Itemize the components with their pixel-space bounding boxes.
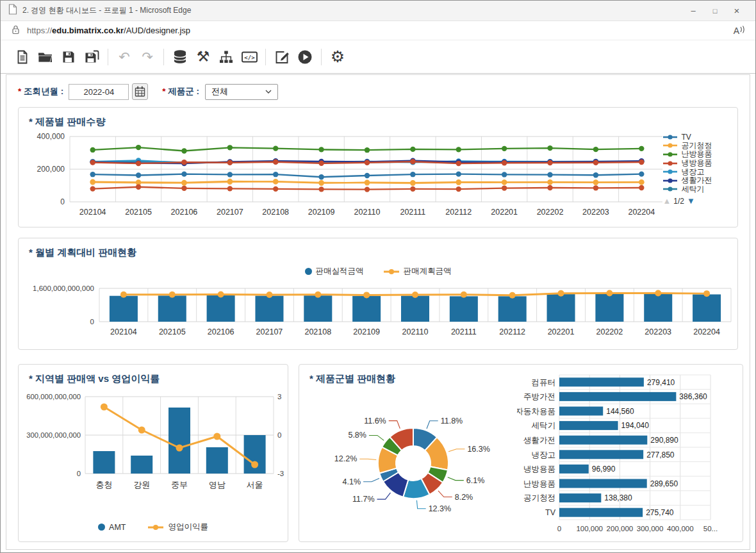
read-aloud-icon[interactable]: A — [734, 26, 745, 36]
product-select[interactable]: 전체 — [205, 84, 278, 100]
svg-text:200,000: 200,000 — [607, 525, 634, 532]
series-냉방용품[interactable] — [90, 159, 644, 166]
svg-text:138,380: 138,380 — [604, 493, 632, 502]
panel-title: * 월별 계획대비 판매현황 — [19, 238, 737, 261]
svg-text:600,000,000,000: 600,000,000,000 — [26, 393, 81, 400]
svg-text:202202: 202202 — [537, 208, 564, 217]
region-combo-chart[interactable]: 0300,000,000,000600,000,000,00030-3충청강원중… — [19, 387, 288, 516]
svg-text:냉장고: 냉장고 — [532, 450, 556, 459]
svg-text:202110: 202110 — [402, 327, 429, 336]
tools-button[interactable]: ⚒ — [192, 45, 215, 69]
calendar-button[interactable] — [132, 83, 148, 100]
maximize-button[interactable]: □ — [704, 2, 726, 20]
address-url[interactable]: https://edu.bimatrix.co.kr/AUD/designer.… — [27, 26, 190, 35]
svg-text:300,000: 300,000 — [637, 525, 664, 532]
product-line-chart[interactable]: 0200,000400,0002021042021052021062021072… — [25, 130, 662, 225]
legend-item-판매실적금액[interactable]: 판매실적금액 — [305, 266, 364, 277]
legend-item-공기청정[interactable]: 공기청정 — [662, 142, 734, 151]
series-AMT[interactable] — [93, 408, 265, 474]
product-donut-chart[interactable]: 11.8%16.3%6.1%8.2%12.3%11.7%4.1%12.2%5.8… — [304, 380, 517, 540]
svg-text:202109: 202109 — [308, 208, 335, 217]
svg-text:202105: 202105 — [125, 208, 152, 217]
svg-text:생활가전: 생활가전 — [523, 436, 555, 445]
svg-text:공기청정: 공기청정 — [523, 493, 555, 502]
series-판매실적금액[interactable] — [110, 294, 721, 322]
svg-text:6.1%: 6.1% — [466, 476, 485, 485]
legend-item-세탁기[interactable]: 세탁기 — [662, 185, 734, 194]
hbar-주방가전 — [559, 392, 676, 401]
legend-marker-icon — [383, 268, 400, 275]
legend-item-냉장고[interactable]: 냉장고 — [662, 167, 734, 176]
svg-text:100,000: 100,000 — [576, 525, 603, 532]
svg-text:12.2%: 12.2% — [334, 454, 357, 463]
svg-text:202110: 202110 — [354, 208, 381, 217]
legend-item-영업이익률[interactable]: 영업이익률 — [147, 522, 208, 532]
panel-product-sales-qty: * 제품별 판매수량 0200,000400,00020210420210520… — [18, 107, 738, 227]
svg-text:강원: 강원 — [133, 480, 150, 490]
svg-text:11.7%: 11.7% — [352, 495, 375, 504]
run-button[interactable] — [293, 45, 316, 69]
svg-text:202203: 202203 — [582, 208, 609, 217]
lock-icon[interactable] — [11, 24, 21, 37]
hierarchy-button[interactable] — [215, 45, 238, 69]
panel-title: * 제품군별 판매현황 — [299, 365, 406, 387]
svg-text:0: 0 — [557, 525, 561, 532]
svg-text:컴퓨터: 컴퓨터 — [532, 378, 556, 387]
legend-item-생활가전[interactable]: 생활가전 — [662, 176, 734, 185]
svg-text:277,850: 277,850 — [646, 450, 675, 459]
svg-text:202112: 202112 — [499, 327, 525, 336]
chart-legend: TV공기청정난방용품냉방용품냉장고생활가전세탁기▲1/2▼ — [662, 130, 734, 225]
date-input[interactable] — [69, 84, 129, 100]
settings-button[interactable]: ⚙ — [326, 45, 349, 69]
legend-dot-icon — [98, 524, 105, 531]
save-button[interactable] — [57, 45, 80, 69]
donut-slices[interactable] — [378, 428, 448, 499]
save-as-button[interactable] — [80, 45, 103, 69]
product-hbar-chart[interactable]: 0100,000200,000300,000400,00050...컴퓨터279… — [517, 370, 740, 540]
browser-window: 2. 경영 현황 대시보드 - 프로필 1 - Microsoft Edge –… — [0, 0, 756, 553]
window-controls: – □ × — [682, 2, 748, 20]
close-button[interactable]: × — [726, 2, 748, 20]
hbar-컴퓨터 — [559, 377, 644, 386]
svg-text:202204: 202204 — [628, 208, 655, 217]
legend-item-판매계획금액[interactable]: 판매계획금액 — [383, 266, 452, 277]
hbar-공기청정 — [559, 493, 601, 502]
panel-monthly-plan-vs-actual: * 월별 계획대비 판매현황 판매실적금액판매계획금액 01,600,000,0… — [18, 238, 738, 350]
svg-text:서울: 서울 — [247, 480, 263, 490]
svg-text:144,560: 144,560 — [606, 407, 634, 416]
redo-button: ↷ — [136, 45, 159, 69]
legend-next-page-icon[interactable]: ▼ — [687, 196, 695, 206]
svg-text:영남: 영남 — [209, 480, 226, 490]
url-bar[interactable]: https://edu.bimatrix.co.kr/AUD/designer.… — [1, 21, 755, 40]
svg-text:11.6%: 11.6% — [364, 417, 386, 425]
legend-prev-page-icon[interactable]: ▲ — [662, 196, 671, 206]
chart-legend: AMT영업이익률 — [19, 522, 288, 532]
svg-text:0: 0 — [77, 470, 81, 477]
svg-text:0: 0 — [277, 431, 281, 439]
hbar-TV — [559, 508, 643, 517]
svg-text:202111: 202111 — [451, 327, 477, 336]
svg-text:0: 0 — [60, 197, 65, 206]
legend-page-number: 1/2 — [673, 197, 684, 206]
svg-text:275,740: 275,740 — [646, 508, 674, 517]
legend-item-냉방용품[interactable]: 냉방용품 — [662, 159, 734, 168]
svg-text:96,990: 96,990 — [592, 465, 616, 474]
undo-button: ↶ — [113, 45, 136, 69]
legend-item-난방용품[interactable]: 난방용품 — [662, 150, 734, 159]
legend-item-AMT[interactable]: AMT — [98, 523, 126, 532]
legend-item-TV[interactable]: TV — [662, 133, 734, 142]
series-공기청정[interactable] — [90, 179, 644, 186]
toolbar-separator — [265, 49, 266, 65]
series-TV[interactable] — [90, 171, 644, 179]
minimize-button[interactable]: – — [682, 2, 704, 20]
code-button[interactable]: </> — [238, 45, 261, 69]
open-folder-button[interactable] — [34, 45, 57, 69]
edit-button[interactable] — [270, 45, 293, 69]
hbar-세탁기 — [559, 421, 618, 430]
panel-title: * 제품별 판매수량 — [19, 108, 737, 130]
monthly-plan-chart[interactable]: 01,600,000,000,0002021042021052021062021… — [19, 281, 737, 345]
new-document-button[interactable] — [11, 45, 34, 69]
legend-dot-icon — [305, 268, 312, 275]
series-난방용품[interactable] — [90, 145, 644, 154]
database-button[interactable] — [168, 45, 192, 69]
